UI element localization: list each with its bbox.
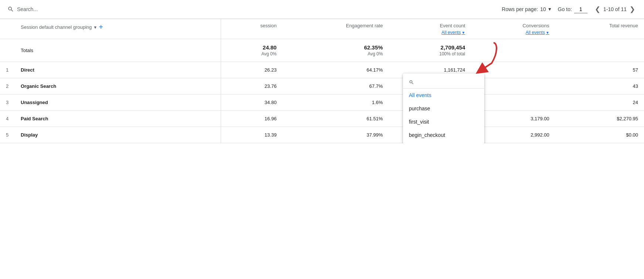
col-channel-filter-icon[interactable]: ▼ — [93, 25, 97, 30]
col-events: Event count All events ▼ — [389, 19, 471, 39]
dropdown-search-box[interactable] — [403, 76, 484, 89]
cell-engagement: 61.51% — [282, 111, 389, 127]
table-row: 1 Direct 26.23 64.17% 1,161,724 57 — [0, 62, 644, 78]
cell-session: 16.96 — [221, 111, 282, 127]
cell-revenue: 57 — [555, 62, 644, 78]
cell-row-num: 1 — [0, 62, 15, 78]
cell-channel: Paid Search — [15, 111, 221, 127]
rows-per-page-select[interactable]: 10 ▼ — [540, 6, 552, 12]
table-row: 5 Display 13.39 37.99% 55,071 2,992.00 $… — [0, 127, 644, 143]
col-conversions-sub-icon: ▼ — [546, 31, 549, 35]
cell-channel: Organic Search — [15, 78, 221, 94]
col-revenue: Total revenue — [555, 19, 644, 39]
cell-revenue: $0.00 — [555, 127, 644, 143]
totals-row: Totals 24.80 Avg 0% 62.35% Avg 0% 2,709,… — [0, 39, 644, 62]
col-revenue-label: Total revenue — [609, 23, 638, 28]
nav-arrows: ❮ 1-10 of 11 ❯ — [593, 4, 637, 15]
col-conversions: Conversions All events ▼ — [471, 19, 555, 39]
totals-revenue — [555, 39, 644, 62]
col-session: session — [221, 19, 282, 39]
col-conversions-sub[interactable]: All events — [526, 30, 545, 35]
next-page-button[interactable]: ❯ — [628, 4, 637, 15]
cell-row-num: 3 — [0, 94, 15, 111]
col-engagement: Engagement rate — [282, 19, 389, 39]
col-num — [0, 19, 15, 39]
table-header-row: Session default channel grouping ▼ + ses… — [0, 19, 644, 39]
dropdown-search-input[interactable] — [417, 79, 478, 85]
cell-channel: Unassigned — [15, 94, 221, 111]
top-bar: Search... Rows per page: 10 ▼ Go to: ❮ 1… — [0, 0, 644, 19]
cell-session: 13.39 — [221, 127, 282, 143]
prev-page-button[interactable]: ❮ — [593, 4, 602, 15]
cell-engagement: 37.99% — [282, 127, 389, 143]
search-box[interactable]: Search... — [7, 6, 38, 13]
table-container: Session default channel grouping ▼ + ses… — [0, 19, 644, 143]
search-icon — [7, 6, 14, 13]
table-row: 4 Paid Search 16.96 61.51% 64,367 3,179.… — [0, 111, 644, 127]
rows-per-page-value: 10 — [540, 6, 546, 12]
col-channel: Session default channel grouping ▼ + — [15, 19, 221, 39]
cell-channel: Direct — [15, 62, 221, 78]
col-events-sub-icon: ▼ — [461, 31, 465, 35]
cell-revenue: 24 — [555, 94, 644, 111]
totals-row-num — [0, 39, 15, 62]
totals-events: 2,709,454 100% of total — [389, 39, 471, 62]
page-info: 1-10 of 11 — [603, 6, 627, 12]
cell-engagement: 64.17% — [282, 62, 389, 78]
data-table: Session default channel grouping ▼ + ses… — [0, 19, 644, 143]
go-to-input[interactable] — [574, 6, 587, 13]
go-to: Go to: — [558, 6, 587, 13]
totals-conversions — [471, 39, 555, 62]
rows-per-page: Rows per page: 10 ▼ — [502, 6, 552, 12]
col-events-label: Event count — [440, 23, 465, 28]
dropdown-item-all-events[interactable]: All events — [403, 89, 484, 102]
cell-engagement: 67.7% — [282, 78, 389, 94]
cell-session: 34.80 — [221, 94, 282, 111]
col-session-label: session — [260, 23, 277, 28]
cell-row-num: 4 — [0, 111, 15, 127]
pagination-controls: Rows per page: 10 ▼ Go to: ❮ 1-10 of 11 … — [502, 4, 637, 15]
dropdown-search-icon — [409, 79, 414, 85]
cell-session: 23.76 — [221, 78, 282, 94]
add-column-button[interactable]: + — [99, 23, 103, 31]
col-channel-label: Session default channel grouping — [21, 24, 92, 30]
totals-engagement: 62.35% Avg 0% — [282, 39, 389, 62]
cell-revenue: $2,270.95 — [555, 111, 644, 127]
rows-per-page-label: Rows per page: — [502, 6, 538, 12]
cell-engagement: 1.6% — [282, 94, 389, 111]
cell-revenue: 43 — [555, 78, 644, 94]
cell-session: 26.23 — [221, 62, 282, 78]
cell-channel: Display — [15, 127, 221, 143]
dropdown-item-begin-checkout[interactable]: begin_checkout — [403, 128, 484, 142]
table-row: 2 Organic Search 23.76 67.7% 1,107,430 4… — [0, 78, 644, 94]
search-placeholder: Search... — [17, 6, 38, 12]
table-row: 3 Unassigned 34.80 1.6% 162,602 24 — [0, 94, 644, 111]
totals-label: Totals — [15, 39, 221, 62]
dropdown-item-test-gd-1[interactable]: Test_GD_1 — [403, 142, 484, 143]
rows-dropdown-icon: ▼ — [548, 7, 552, 12]
cell-row-num: 5 — [0, 127, 15, 143]
col-engagement-label: Engagement rate — [346, 23, 383, 28]
col-events-sub[interactable]: All events — [441, 30, 461, 35]
cell-row-num: 2 — [0, 78, 15, 94]
dropdown-item-first-visit[interactable]: first_visit — [403, 115, 484, 128]
col-conversions-label: Conversions — [523, 23, 549, 28]
dropdown-item-purchase[interactable]: purchase — [403, 102, 484, 115]
conversions-dropdown[interactable]: All events purchase first_visit begin_ch… — [403, 73, 484, 143]
totals-session: 24.80 Avg 0% — [221, 39, 282, 62]
go-to-label: Go to: — [558, 6, 572, 12]
